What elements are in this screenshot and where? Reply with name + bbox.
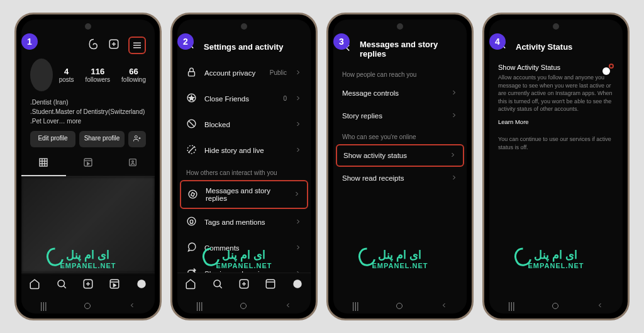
page-title: Settings and activity bbox=[204, 42, 283, 52]
tab-reels[interactable] bbox=[66, 152, 111, 176]
tab-grid[interactable] bbox=[21, 152, 66, 176]
row-label: Tags and mentions bbox=[204, 218, 287, 226]
row-label: Blocked bbox=[204, 121, 287, 128]
bio: .Dentist (Iran) .Student.Master of Denti… bbox=[21, 98, 155, 131]
create-icon[interactable] bbox=[108, 38, 119, 52]
description: Allow accounts you follow and anyone you… bbox=[498, 74, 614, 113]
nav-home-icon[interactable] bbox=[29, 278, 40, 292]
settings-row[interactable]: Account privacyPublic bbox=[177, 60, 311, 86]
settings-row[interactable]: Story replies bbox=[333, 104, 467, 127]
sys-recent[interactable]: ||| bbox=[352, 301, 359, 311]
chevron-right-icon bbox=[293, 190, 301, 199]
discover-button[interactable] bbox=[128, 131, 146, 147]
svg-point-25 bbox=[137, 279, 146, 288]
share-profile-button[interactable]: Share profile bbox=[79, 131, 125, 147]
threads-icon[interactable] bbox=[88, 38, 99, 52]
share-icon bbox=[186, 268, 197, 273]
sys-back[interactable] bbox=[128, 301, 136, 311]
sys-home[interactable] bbox=[84, 303, 91, 309]
nav-create-icon[interactable] bbox=[238, 278, 250, 292]
settings-row[interactable]: Show activity status bbox=[336, 144, 464, 167]
row-label: Account privacy bbox=[204, 69, 262, 77]
step-badge: 4 bbox=[489, 33, 506, 50]
svg-rect-9 bbox=[40, 159, 47, 166]
stat-following[interactable]: 66following bbox=[121, 67, 146, 83]
page-title: Activity Status bbox=[516, 42, 572, 52]
chevron-right-icon bbox=[294, 94, 302, 103]
nav-create-icon[interactable] bbox=[82, 278, 94, 292]
hamburger-icon[interactable] bbox=[128, 37, 146, 54]
chevron-right-icon bbox=[294, 244, 302, 252]
sys-recent[interactable]: ||| bbox=[40, 301, 47, 311]
nav-profile-icon[interactable] bbox=[136, 278, 147, 292]
avatar[interactable] bbox=[30, 59, 53, 91]
nav-reels-icon[interactable] bbox=[265, 278, 276, 292]
chevron-right-icon bbox=[450, 111, 458, 120]
row-label: Comments bbox=[204, 244, 287, 252]
sys-home[interactable] bbox=[552, 303, 558, 309]
step-badge: 3 bbox=[333, 33, 350, 50]
note: You can continue to use our services if … bbox=[498, 135, 614, 151]
svg-rect-26 bbox=[189, 72, 195, 76]
svg-point-34 bbox=[187, 217, 196, 225]
sys-home[interactable] bbox=[240, 303, 247, 309]
hide-icon bbox=[186, 144, 197, 156]
comment-icon bbox=[186, 242, 197, 254]
stat-followers[interactable]: 116followers bbox=[86, 67, 110, 83]
sys-back[interactable] bbox=[284, 301, 292, 311]
sys-back[interactable] bbox=[440, 301, 448, 311]
toggle-label: Show Activity Status bbox=[498, 64, 560, 71]
sys-back[interactable] bbox=[596, 301, 604, 311]
edit-profile-button[interactable]: Edit profile bbox=[30, 131, 75, 147]
row-label: Close Friends bbox=[204, 95, 275, 103]
page-title: Messages and story replies bbox=[360, 40, 458, 59]
chevron-right-icon bbox=[449, 151, 457, 160]
nav-profile-icon[interactable] bbox=[292, 278, 303, 292]
row-value: 0 bbox=[283, 95, 287, 102]
sys-recent[interactable]: ||| bbox=[508, 301, 515, 311]
svg-line-32 bbox=[189, 147, 195, 153]
stat-posts[interactable]: 4posts bbox=[59, 67, 74, 83]
section-header: How others can interact with you bbox=[177, 163, 311, 180]
svg-point-17 bbox=[131, 161, 133, 162]
svg-point-33 bbox=[189, 190, 197, 198]
tag-icon bbox=[186, 216, 197, 228]
tab-tagged[interactable] bbox=[110, 152, 155, 176]
row-label: Show activity status bbox=[343, 152, 441, 159]
svg-point-42 bbox=[214, 280, 221, 287]
row-label: Show read receipts bbox=[342, 174, 443, 182]
nav-reels-icon[interactable] bbox=[109, 278, 120, 292]
nav-search-icon[interactable] bbox=[56, 278, 67, 292]
sys-recent[interactable]: ||| bbox=[196, 301, 203, 311]
settings-row[interactable]: Message controls bbox=[333, 82, 467, 104]
settings-row[interactable]: Messages and story replies bbox=[180, 180, 308, 209]
svg-rect-23 bbox=[111, 279, 119, 288]
star-icon bbox=[186, 93, 197, 104]
settings-row[interactable]: Show read receipts bbox=[333, 167, 467, 189]
learn-more-link[interactable]: Learn More bbox=[498, 118, 614, 125]
row-label: Messages and story replies bbox=[206, 187, 286, 202]
settings-row[interactable]: Sharing and remixes bbox=[177, 261, 311, 273]
chevron-right-icon bbox=[294, 146, 302, 155]
svg-line-30 bbox=[189, 121, 194, 127]
nav-home-icon[interactable] bbox=[185, 278, 196, 292]
svg-line-43 bbox=[219, 286, 222, 288]
svg-point-49 bbox=[293, 279, 302, 288]
svg-point-18 bbox=[58, 280, 65, 287]
settings-row[interactable]: Tags and mentions bbox=[177, 209, 311, 235]
step-badge: 2 bbox=[177, 33, 194, 50]
lock-icon bbox=[186, 67, 197, 79]
row-label: Message controls bbox=[342, 89, 443, 97]
svg-marker-28 bbox=[189, 96, 194, 100]
settings-row[interactable]: Blocked bbox=[177, 111, 311, 137]
svg-point-6 bbox=[135, 136, 137, 138]
post-grid[interactable] bbox=[21, 177, 155, 273]
settings-row[interactable]: Comments bbox=[177, 235, 311, 261]
nav-search-icon[interactable] bbox=[212, 278, 223, 292]
settings-row[interactable]: Close Friends0 bbox=[177, 86, 311, 111]
row-value: Public bbox=[270, 69, 287, 76]
settings-row[interactable]: Hide story and live bbox=[177, 137, 311, 163]
sys-home[interactable] bbox=[396, 303, 402, 309]
chevron-right-icon bbox=[450, 174, 458, 183]
msg-icon bbox=[187, 189, 198, 201]
